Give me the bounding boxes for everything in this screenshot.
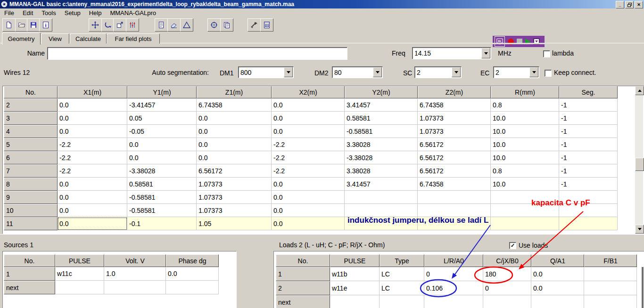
copy-wires-button[interactable]	[220, 18, 233, 32]
table-cell[interactable]: -0.1	[127, 217, 197, 230]
table-cell[interactable]: -0.58581	[127, 204, 197, 217]
column-header[interactable]: C/jX/B0	[483, 254, 531, 267]
column-header[interactable]: Y2(m)	[345, 86, 418, 98]
table-cell[interactable]: 1.07373	[418, 125, 491, 138]
table-cell[interactable]	[418, 191, 491, 204]
menu-setup[interactable]: Setup	[60, 8, 85, 17]
table-cell[interactable]: 1.07373	[197, 178, 272, 191]
table-cell[interactable]: 3.41457	[345, 98, 418, 112]
table-cell[interactable]: 1.0	[104, 267, 166, 281]
close-button[interactable]: ✕	[635, 1, 643, 8]
use-loads-checkbox[interactable]: ✓	[509, 242, 516, 249]
row-header[interactable]: 7	[4, 164, 58, 178]
table-cell[interactable]: 6.74358	[197, 98, 272, 112]
column-header[interactable]: Z2(m)	[418, 86, 491, 98]
column-header[interactable]: Y1(m)	[127, 86, 197, 98]
table-cell[interactable]: 3.38028	[345, 164, 418, 178]
table-cell[interactable]: -0.58581	[127, 191, 197, 204]
row-header[interactable]: 2	[276, 281, 330, 295]
column-header[interactable]: R(mm)	[491, 86, 559, 98]
segmentation-options-button[interactable]	[126, 18, 139, 32]
table-cell[interactable]: 0.0	[58, 178, 127, 191]
scroll-down-icon[interactable]	[635, 225, 644, 234]
table-cell[interactable]	[584, 295, 637, 308]
table-cell[interactable]: 0.58581	[345, 112, 418, 125]
table-cell[interactable]: 1.07373	[418, 112, 491, 125]
lambda-checkbox[interactable]	[543, 50, 550, 57]
table-cell[interactable]: -2.2	[58, 151, 127, 164]
make-triangle-button[interactable]	[180, 18, 193, 32]
dm2-dropdown-arrow-icon[interactable]	[373, 67, 382, 77]
table-cell[interactable]: LC	[380, 267, 424, 281]
scrollbar-thumb[interactable]	[635, 158, 644, 171]
dm1-dropdown-arrow-icon[interactable]	[284, 67, 293, 77]
titlebar[interactable]: MMANA-GAL basic c:\anteny_mmana\2016_exp…	[0, 0, 644, 8]
table-cell[interactable]: LC	[380, 281, 424, 295]
table-cell[interactable]: 0.0	[531, 281, 584, 295]
table-cell[interactable]: 10.0	[491, 125, 559, 138]
table-cell[interactable]: 10.0	[491, 178, 559, 191]
table-cell[interactable]: -3.38028	[345, 151, 418, 164]
table-cell[interactable]: 0.0	[197, 112, 272, 125]
column-header[interactable]: Z1(m)	[197, 86, 272, 98]
table-cell[interactable]: -1	[559, 138, 618, 151]
table-cell[interactable]	[491, 217, 559, 230]
table-cell[interactable]: 0.0	[272, 125, 345, 138]
table-cell[interactable]: -1	[559, 98, 618, 112]
column-header[interactable]: Type	[380, 254, 424, 267]
column-header[interactable]: F/B1	[584, 254, 637, 267]
table-cell[interactable]: 0.0	[272, 178, 345, 191]
table-cell[interactable]: 0.8	[491, 164, 559, 178]
keep-connect-checkbox[interactable]	[545, 70, 552, 77]
table-cell[interactable]: 0.0	[58, 217, 127, 230]
table-cell[interactable]: -1	[559, 178, 618, 191]
table-cell[interactable]: 180	[483, 267, 531, 281]
scale-antenna-button[interactable]	[113, 18, 126, 32]
table-cell[interactable]: 0.0	[197, 151, 272, 164]
table-cell[interactable]	[345, 191, 418, 204]
table-cell[interactable]: -0.05	[127, 125, 197, 138]
table-cell[interactable]: -2.2	[58, 164, 127, 178]
table-cell[interactable]: 10.0	[491, 138, 559, 151]
set-center-button[interactable]	[207, 18, 221, 32]
column-header[interactable]: No.	[4, 86, 58, 98]
table-cell[interactable]	[584, 267, 637, 281]
options-tools-button[interactable]	[248, 18, 261, 32]
table-cell[interactable]: 0.0	[58, 125, 127, 138]
table-cell[interactable]	[531, 295, 584, 308]
table-cell[interactable]	[330, 295, 380, 308]
table-cell[interactable]: 1.07373	[197, 204, 272, 217]
row-header[interactable]: next	[4, 281, 55, 294]
scroll-up-icon[interactable]	[635, 86, 644, 95]
row-header[interactable]: 11	[4, 217, 58, 230]
table-cell[interactable]: 0.58581	[127, 178, 197, 191]
table-cell[interactable]: 0	[483, 281, 531, 295]
column-header[interactable]: X2(m)	[272, 86, 345, 98]
freq-dropdown-arrow-icon[interactable]	[481, 48, 490, 58]
table-cell[interactable]: -1	[559, 151, 618, 164]
open-file-button[interactable]	[15, 18, 28, 32]
column-header[interactable]: PULSE	[55, 254, 104, 267]
dm1-combo[interactable]: 800	[238, 66, 294, 78]
table-cell[interactable]: -1	[559, 112, 618, 125]
table-cell[interactable]: 0.0	[58, 98, 127, 112]
table-cell[interactable]: 0.106	[424, 281, 483, 295]
file-info-button[interactable]: i	[39, 18, 52, 32]
table-cell[interactable]: 0.05	[127, 112, 197, 125]
table-cell[interactable]: -2.2	[272, 151, 345, 164]
table-cell[interactable]: 6.56172	[418, 164, 491, 178]
menu-file[interactable]: File	[0, 8, 18, 17]
name-input[interactable]	[47, 47, 347, 60]
table-cell[interactable]	[345, 204, 418, 217]
table-cell[interactable]: 3.41457	[345, 178, 418, 191]
table-cell[interactable]	[55, 281, 104, 294]
table-cell[interactable]: 0.0	[197, 125, 272, 138]
minimize-button[interactable]: _	[616, 1, 624, 8]
wire-table-scrollbar[interactable]	[635, 86, 643, 233]
table-cell[interactable]: 0.0	[127, 138, 197, 151]
table-cell[interactable]: 0.0	[272, 98, 345, 112]
table-cell[interactable]: 1.05	[197, 217, 272, 230]
row-header[interactable]: 6	[4, 151, 58, 164]
table-cell[interactable]: 0.0	[58, 112, 127, 125]
table-cell[interactable]: 0.0	[166, 267, 219, 281]
